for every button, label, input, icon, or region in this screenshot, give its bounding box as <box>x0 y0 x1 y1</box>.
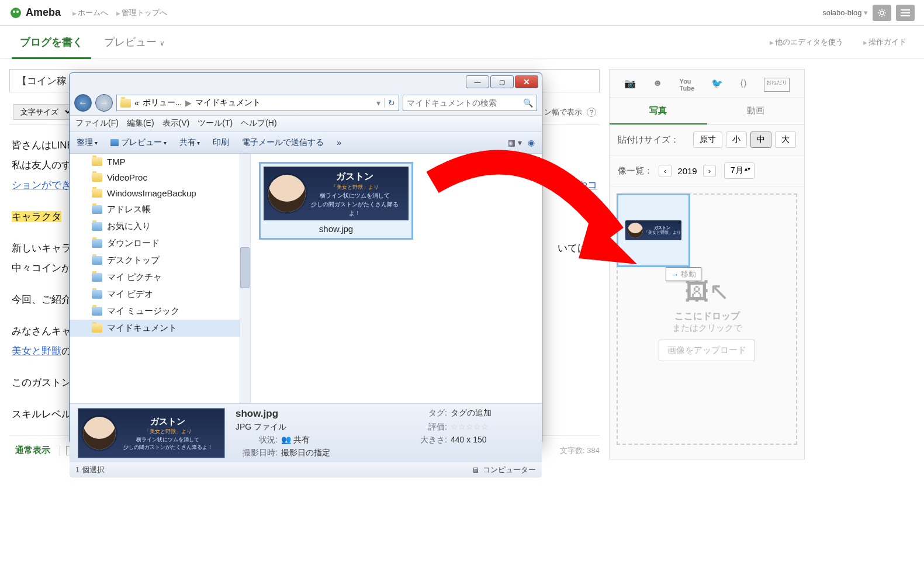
file-list[interactable]: ガストン 「美女と野獣」より 横ライン状にツムを消して 少しの間ガストンがたくさ… <box>251 154 542 403</box>
back-button[interactable]: ← <box>74 94 92 112</box>
folder-icon <box>120 99 131 108</box>
detail-type: JPG ファイル <box>236 422 399 433</box>
tab-photo[interactable]: 写真 <box>610 98 707 124</box>
tree-item: アドレス帳 <box>70 201 250 218</box>
menu-icon[interactable] <box>896 5 915 21</box>
preview-menu[interactable]: プレビュー <box>110 137 167 148</box>
status-bar: 1 個選択 🖥コンピューター <box>70 462 542 478</box>
year-value: 2019 <box>677 166 697 176</box>
user-menu[interactable]: solabo-blog <box>822 8 868 17</box>
top-nav: Ameba ホームへ 管理トップへ solabo-blog <box>0 0 924 26</box>
width-display-label: ン幅で表示 <box>544 107 582 117</box>
tree-item-selected: マイドキュメント <box>70 320 250 337</box>
youtube-icon[interactable]: YouTube <box>680 78 694 92</box>
move-tooltip: 移動 <box>666 267 701 281</box>
explorer-toolbar: 整理 プレビュー 共有 印刷 電子メールで送信する » ▦ ▾ ◉ <box>70 132 542 154</box>
file-explorer-window: — ▢ ✕ ← → « ボリュー...▶ マイドキュメント ▾ ↻ 🔍 ファイル… <box>69 72 542 444</box>
list-label: 像一覧： <box>618 165 653 177</box>
tree-item: お気に入り <box>70 218 250 235</box>
size-small[interactable]: 小 <box>726 132 747 148</box>
svg-point-3 <box>880 11 884 15</box>
tree-item: マイ ビデオ <box>70 286 250 303</box>
overflow-button[interactable]: » <box>337 138 341 147</box>
tree-item: ダウンロード <box>70 235 250 252</box>
svg-point-0 <box>11 8 21 18</box>
print-button[interactable]: 印刷 <box>213 137 229 148</box>
dropzone-text1: ここにドロップ <box>674 310 740 323</box>
tab-preview[interactable]: プレビュー ∨ <box>94 26 175 58</box>
size-original[interactable]: 原寸 <box>693 132 722 148</box>
embed-icon[interactable]: ⟨⟩ <box>740 78 747 92</box>
guide[interactable]: 操作ガイド <box>863 37 906 47</box>
svg-point-2 <box>16 11 19 13</box>
other-editor[interactable]: 他のエディタを使う <box>770 37 843 47</box>
organize-menu[interactable]: 整理 <box>77 137 98 148</box>
tree-item: TMP <box>70 154 250 170</box>
menu-edit[interactable]: 編集(E) <box>127 118 154 129</box>
menu-help[interactable]: ヘルプ(H) <box>241 118 276 129</box>
detail-filename: show.jpg <box>236 408 399 420</box>
menu-tools[interactable]: ツール(T) <box>198 118 233 129</box>
image-placeholder-icon: 🖼↖ <box>684 277 729 306</box>
search-icon[interactable]: 🔍 <box>523 98 533 108</box>
menu-view[interactable]: 表示(V) <box>162 118 190 129</box>
details-pane: ガストン 「美女と野獣」より 横ライン状にツムを消して 少しの間ガストンがたくさ… <box>70 404 542 462</box>
camera-icon[interactable]: 📷 <box>624 78 636 92</box>
twitter-icon[interactable]: 🐦 <box>711 78 723 92</box>
tree-item: マイ ミュージック <box>70 303 250 320</box>
tree-item: デスクトップ <box>70 252 250 269</box>
side-panel: 📷 ☻ YouTube 🐦 ⟨⟩ おねだり 写真 動画 貼付けサイズ： 原寸 小… <box>609 69 805 459</box>
editor-tabs: ブログを書く プレビュー ∨ 他のエディタを使う 操作ガイド <box>0 26 924 58</box>
forward-button[interactable]: → <box>95 94 113 112</box>
dropzone-text2: またはクリックで <box>672 323 742 334</box>
tab-normal-view[interactable]: 通常表示 <box>9 441 56 459</box>
nav-home[interactable]: ホームへ <box>72 8 108 18</box>
month-select[interactable]: 7月 ▴▾ <box>724 162 755 179</box>
dragged-thumbnail[interactable]: ガストン「美女と野獣」より <box>617 193 690 267</box>
menu-file[interactable]: ファイル(F) <box>75 118 119 129</box>
minimize-button[interactable]: — <box>466 75 489 88</box>
view-mode-icon[interactable]: ▦ ▾ <box>508 138 522 147</box>
gear-icon[interactable] <box>873 5 891 21</box>
font-size-select[interactable]: 文字サイズ <box>13 104 73 120</box>
nav-admin[interactable]: 管理トップへ <box>116 8 167 18</box>
computer-icon: 🖥 <box>472 466 479 475</box>
char-count: 文字数: 384 <box>560 445 600 456</box>
size-label: 貼付けサイズ： <box>618 134 679 146</box>
details-thumbnail: ガストン 「美女と野獣」より 横ライン状にツムを消して 少しの間ガストンがたくさ… <box>78 408 225 458</box>
tab-video[interactable]: 動画 <box>707 98 805 124</box>
stamp-icon[interactable]: おねだり <box>764 78 790 92</box>
search-box[interactable]: 🔍 <box>403 95 537 111</box>
tree-item: マイ ピクチャ <box>70 269 250 286</box>
tree-item: VideoProc <box>70 170 250 185</box>
upload-dropzone[interactable]: ガストン「美女と野獣」より 移動 🖼↖ ここにドロップ またはクリックで 画像を… <box>617 193 797 445</box>
help-icon[interactable]: ◉ <box>528 138 535 147</box>
file-thumbnail[interactable]: ガストン 「美女と野獣」より 横ライン状にツムを消して 少しの間ガストンがたくさ… <box>259 162 413 240</box>
window-titlebar[interactable]: — ▢ ✕ <box>70 73 542 91</box>
share-menu[interactable]: 共有 <box>179 137 200 148</box>
file-name: show.jpg <box>264 220 409 235</box>
maximize-button[interactable]: ▢ <box>490 75 514 88</box>
menu-bar: ファイル(F) 編集(E) 表示(V) ツール(T) ヘルプ(H) <box>70 115 542 132</box>
svg-point-1 <box>13 11 15 13</box>
upload-button[interactable]: 画像をアップロード <box>659 340 755 361</box>
email-button[interactable]: 電子メールで送信する <box>242 137 324 148</box>
ameba-logo[interactable]: Ameba <box>9 6 61 19</box>
year-prev[interactable]: ‹ <box>659 165 672 177</box>
size-medium[interactable]: 中 <box>750 132 771 148</box>
emoji-icon[interactable]: ☻ <box>653 78 663 92</box>
close-button[interactable]: ✕ <box>515 75 538 88</box>
help-icon[interactable]: ? <box>587 108 596 117</box>
folder-tree[interactable]: TMP VideoProc WindowsImageBackup アドレス帳 お… <box>70 154 251 403</box>
year-next[interactable]: › <box>703 165 716 177</box>
tree-scrollbar[interactable] <box>240 154 250 403</box>
tree-item: WindowsImageBackup <box>70 185 250 201</box>
tab-write[interactable]: ブログを書く <box>9 26 94 58</box>
address-bar[interactable]: « ボリュー...▶ マイドキュメント ▾ ↻ <box>116 95 399 111</box>
size-large[interactable]: 大 <box>775 132 796 148</box>
